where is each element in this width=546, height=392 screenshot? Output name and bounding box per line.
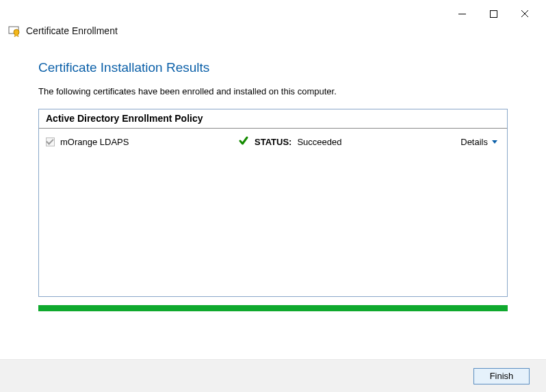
svg-rect-1	[490, 10, 497, 17]
certificate-name: mOrange LDAPS	[60, 137, 238, 147]
status-value: Succeeded	[297, 137, 341, 147]
certificate-icon	[8, 25, 21, 37]
status-label: STATUS:	[255, 137, 291, 147]
page-title: Certificate Installation Results	[0, 41, 546, 86]
window-title: Certificate Enrollment	[26, 25, 118, 36]
success-check-icon	[238, 135, 249, 148]
details-label: Details	[460, 137, 488, 147]
minimize-icon	[458, 10, 466, 18]
titlebar	[0, 0, 546, 25]
close-icon	[521, 10, 529, 18]
certificate-checkbox	[46, 138, 55, 146]
progress-bar	[38, 305, 508, 311]
close-button[interactable]	[509, 4, 541, 23]
enrollment-policy-box: Active Directory Enrollment Policy mOran…	[38, 109, 508, 297]
minimize-button[interactable]	[446, 4, 478, 23]
maximize-button[interactable]	[478, 4, 509, 23]
finish-button[interactable]: Finish	[473, 368, 530, 384]
window-header: Certificate Enrollment	[0, 25, 546, 41]
page-description: The following certificates have been enr…	[0, 86, 546, 109]
chevron-down-icon	[492, 140, 497, 144]
svg-point-5	[14, 29, 19, 35]
status-area: STATUS: Succeeded Details	[238, 135, 500, 148]
maximize-icon	[490, 10, 497, 18]
certificate-row: mOrange LDAPS STATUS: Succeeded Details	[39, 129, 507, 148]
policy-header: Active Directory Enrollment Policy	[39, 109, 507, 129]
details-toggle[interactable]: Details	[460, 137, 500, 147]
footer: Finish	[0, 359, 546, 392]
